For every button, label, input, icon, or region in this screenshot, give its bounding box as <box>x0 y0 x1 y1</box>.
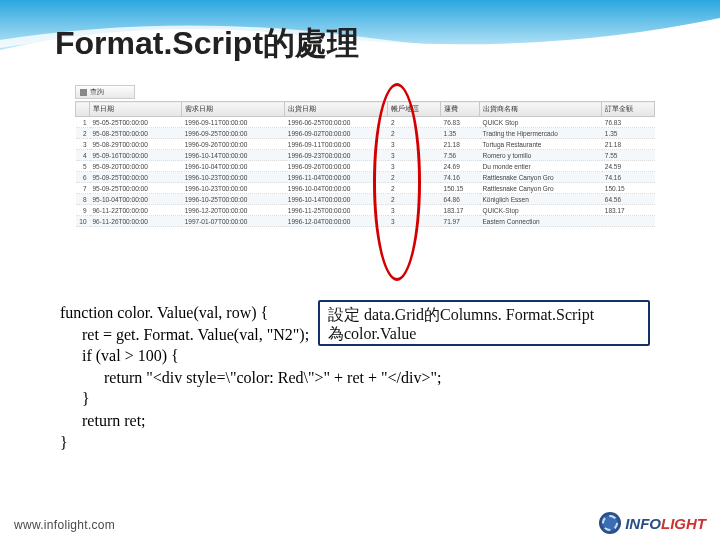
cell: 1996-12-04T00:00:00 <box>285 216 388 227</box>
brand-logo: INFOLIGHT <box>599 512 706 534</box>
cell: Rattlesnake Canyon Gro <box>480 183 602 194</box>
cell: 21.18 <box>441 139 480 150</box>
table-row[interactable]: 595-09-20T00:00:001996-10-04T00:00:00199… <box>76 161 655 172</box>
footer-url: www.infolight.com <box>14 518 115 532</box>
cell: 1996-09-11T00:00:00 <box>285 139 388 150</box>
callout-line: 設定 data.Grid的Columns. Format.Script <box>328 305 640 324</box>
cell: 95-09-20T00:00:00 <box>90 161 182 172</box>
code-line: if (val > 100) { <box>60 345 441 367</box>
callout-line: 為color.Value <box>328 324 640 343</box>
code-line: } <box>60 388 441 410</box>
cell: 2 <box>388 183 441 194</box>
cell: 21.18 <box>602 139 655 150</box>
cell: 10 <box>76 216 90 227</box>
cell: 1996-10-14T00:00:00 <box>182 150 285 161</box>
cell: 1.35 <box>441 128 480 139</box>
column-header[interactable]: 訂單金額 <box>602 102 655 117</box>
cell: 7 <box>76 183 90 194</box>
cell: 7.56 <box>441 150 480 161</box>
cell: 95-10-04T00:00:00 <box>90 194 182 205</box>
data-grid: 查詢 單日期需求日期出貨日期帳戶地區運費出貨商名稱訂單金額 195-05-25T… <box>75 85 655 285</box>
cell: 1996-12-20T00:00:00 <box>182 205 285 216</box>
cell: 1997-01-07T00:00:00 <box>182 216 285 227</box>
cell: 1996-10-04T00:00:00 <box>285 183 388 194</box>
cell: 24.69 <box>441 161 480 172</box>
cell: 2 <box>76 128 90 139</box>
cell: 76.83 <box>602 117 655 128</box>
cell: Tortuga Restaurante <box>480 139 602 150</box>
cell: QUICK-Stop <box>480 205 602 216</box>
code-line: } <box>60 432 441 454</box>
cell: 95-05-25T00:00:00 <box>90 117 182 128</box>
cell: Romero y tomillo <box>480 150 602 161</box>
cell: 74.16 <box>602 172 655 183</box>
cell: 2 <box>388 117 441 128</box>
cell: Eastern Connection <box>480 216 602 227</box>
cell: 2 <box>388 194 441 205</box>
column-header[interactable] <box>76 102 90 117</box>
cell: 3 <box>388 150 441 161</box>
column-header[interactable]: 單日期 <box>90 102 182 117</box>
gear-icon <box>599 512 621 534</box>
cell: 96-11-26T00:00:00 <box>90 216 182 227</box>
cell: 3 <box>388 205 441 216</box>
cell: 1996-09-26T00:00:00 <box>285 161 388 172</box>
title-en: Format.Script <box>55 25 263 61</box>
cell: 96-11-22T00:00:00 <box>90 205 182 216</box>
cell: 64.56 <box>602 194 655 205</box>
cell: 1996-09-02T00:00:00 <box>285 128 388 139</box>
query-label: 查詢 <box>90 87 104 97</box>
cell: 150.15 <box>441 183 480 194</box>
table-row[interactable]: 295-08-25T00:00:001996-09-25T00:00:00199… <box>76 128 655 139</box>
title-zh: 的處理 <box>263 25 359 61</box>
cell: 95-08-25T00:00:00 <box>90 128 182 139</box>
cell: 1996-11-25T00:00:00 <box>285 205 388 216</box>
code-line: return "<div style=\"color: Red\">" + re… <box>60 367 441 389</box>
cell: 1996-10-23T00:00:00 <box>182 172 285 183</box>
table-row[interactable]: 895-10-04T00:00:001996-10-25T00:00:00199… <box>76 194 655 205</box>
cell: 1996-10-23T00:00:00 <box>182 183 285 194</box>
cell: 64.86 <box>441 194 480 205</box>
cell: 8 <box>76 194 90 205</box>
page-title: Format.Script的處理 <box>55 22 359 66</box>
column-header[interactable]: 運費 <box>441 102 480 117</box>
cell: 2 <box>388 172 441 183</box>
cell: 2 <box>388 128 441 139</box>
cell: 1 <box>76 117 90 128</box>
cell: QUICK Stop <box>480 117 602 128</box>
cell: 1996-09-26T00:00:00 <box>182 139 285 150</box>
cell: 95-09-25T00:00:00 <box>90 172 182 183</box>
cell: 3 <box>388 161 441 172</box>
table-row[interactable]: 795-09-25T00:00:001996-10-23T00:00:00199… <box>76 183 655 194</box>
column-header[interactable]: 帳戶地區 <box>388 102 441 117</box>
cell: 95-09-16T00:00:00 <box>90 150 182 161</box>
cell: 1.35 <box>602 128 655 139</box>
cell: 5 <box>76 161 90 172</box>
cell: 95-08-29T00:00:00 <box>90 139 182 150</box>
table-row[interactable]: 695-09-25T00:00:001996-10-23T00:00:00199… <box>76 172 655 183</box>
cell: 1996-09-25T00:00:00 <box>182 128 285 139</box>
cell: 95-09-25T00:00:00 <box>90 183 182 194</box>
cell: 4 <box>76 150 90 161</box>
column-header[interactable]: 出貨商名稱 <box>480 102 602 117</box>
column-header[interactable]: 需求日期 <box>182 102 285 117</box>
callout-box: 設定 data.Grid的Columns. Format.Script 為col… <box>318 300 650 346</box>
cell: 1996-10-25T00:00:00 <box>182 194 285 205</box>
cell: 3 <box>388 139 441 150</box>
grid-toolbar[interactable]: 查詢 <box>75 85 135 99</box>
cell: 3 <box>76 139 90 150</box>
column-header[interactable]: 出貨日期 <box>285 102 388 117</box>
cell: 1996-10-04T00:00:00 <box>182 161 285 172</box>
cell: 7.55 <box>602 150 655 161</box>
cell: 1996-11-04T00:00:00 <box>285 172 388 183</box>
cell: 183.17 <box>602 205 655 216</box>
table-row[interactable]: 395-08-29T00:00:001996-09-26T00:00:00199… <box>76 139 655 150</box>
table-row[interactable]: 1096-11-26T00:00:001997-01-07T00:00:0019… <box>76 216 655 227</box>
cell: 1996-09-11T00:00:00 <box>182 117 285 128</box>
table-row[interactable]: 195-05-25T00:00:001996-09-11T00:00:00199… <box>76 117 655 128</box>
table-row[interactable]: 495-09-16T00:00:001996-10-14T00:00:00199… <box>76 150 655 161</box>
cell: 150.15 <box>602 183 655 194</box>
cell: 71.97 <box>441 216 480 227</box>
table-row[interactable]: 996-11-22T00:00:001996-12-20T00:00:00199… <box>76 205 655 216</box>
cell: 6 <box>76 172 90 183</box>
